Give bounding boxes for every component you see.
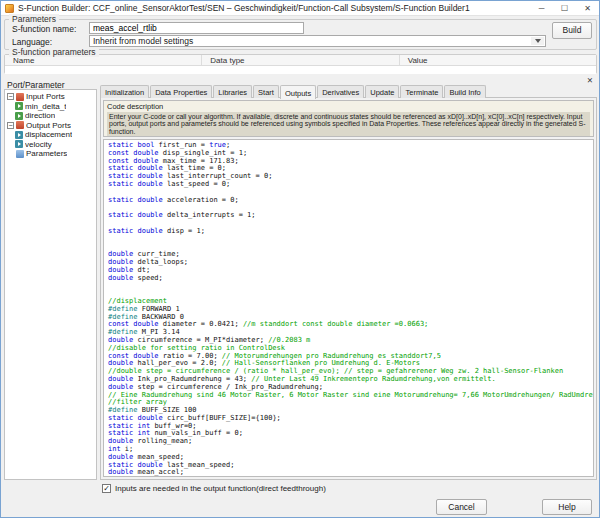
simulink-app-icon: [5, 4, 14, 13]
language-select[interactable]: Inherit from model settings: [89, 35, 546, 47]
expander-icon[interactable]: −: [7, 122, 14, 129]
code-line: const double diameter = 0.0421; //m stan…: [108, 321, 593, 329]
tab-derivatives[interactable]: Derivatives: [317, 85, 364, 98]
tab-content-panel: Code description Enter your C-code or ca…: [100, 97, 597, 480]
tree-item-min-delta-t[interactable]: min_delta_t: [5, 102, 96, 112]
tree-item-direction[interactable]: direction: [5, 111, 96, 121]
sfunction-parameters-group-label: S-function parameters: [9, 47, 99, 57]
code-line: static double acceleration = 0;: [108, 197, 593, 205]
code-line: double speed;: [108, 275, 593, 283]
code-editor[interactable]: static bool first_run = true;const doubl…: [103, 139, 594, 477]
output-port-icon: [15, 140, 23, 148]
close-parameters-table-icon[interactable]: ✕: [585, 75, 595, 85]
window-title: S-Function Builder: CCF_online_SensorAkt…: [18, 3, 470, 13]
tree-item-input-ports[interactable]: −Input Ports: [5, 92, 96, 102]
code-line: static double last_speed = 0;: [108, 181, 593, 189]
tab-terminate[interactable]: Terminate: [400, 85, 443, 98]
language-label: Language:: [12, 37, 52, 47]
build-button[interactable]: Build: [552, 22, 592, 39]
tree-item-output-ports[interactable]: −Output Ports: [5, 121, 96, 131]
code-line: // Eine Radumdrehung sind 46 Motor Raste…: [108, 392, 593, 400]
parameter-group-icon: [16, 150, 24, 158]
parameter-table-body[interactable]: [5, 66, 596, 74]
code-line: [108, 290, 593, 298]
help-button[interactable]: Help: [542, 499, 592, 515]
tab-outputs[interactable]: Outputs: [280, 85, 316, 99]
tree-item-label: Input Ports: [26, 92, 65, 101]
tab-initialization[interactable]: Initialization: [100, 85, 149, 98]
tree-item-label: min_delta_t: [25, 102, 66, 111]
code-description-label: Code description: [104, 101, 593, 111]
tree-item-label: velocity: [25, 140, 52, 149]
code-line: double delta_loops;: [108, 259, 593, 267]
code-line: static double disp = 1;: [108, 228, 593, 236]
tree-item-label: displacement: [25, 130, 72, 139]
direct-feedthrough-row: ✓ Inputs are needed in the output functi…: [102, 484, 326, 493]
code-description-text: Enter your C-code or call your algorithm…: [107, 112, 590, 136]
tab-libraries[interactable]: Libraries: [213, 85, 252, 98]
sfunction-name-label: S-function name:: [12, 24, 76, 34]
sfunction-builder-window: S-Function Builder: CCF_online_SensorAkt…: [0, 0, 600, 518]
window-controls: ─ ☐ ✕: [530, 1, 599, 16]
code-line: [108, 236, 593, 244]
tree-item-parameters[interactable]: Parameters: [5, 149, 96, 159]
tree-item-displacement[interactable]: displacement: [5, 130, 96, 140]
close-icon[interactable]: ✕: [576, 1, 599, 16]
expander-icon[interactable]: −: [7, 93, 14, 100]
minimize-icon[interactable]: ─: [530, 1, 553, 16]
tree-item-velocity[interactable]: velocity: [5, 140, 96, 150]
tab-start[interactable]: Start: [253, 85, 279, 98]
tree-item-label: direction: [25, 111, 55, 120]
cancel-button[interactable]: Cancel: [436, 499, 487, 515]
code-line: [108, 243, 593, 251]
code-description-panel: Code description Enter your C-code or ca…: [103, 100, 594, 137]
column-header-data-type: Data type: [202, 55, 399, 65]
code-line: double dt;: [108, 267, 593, 275]
output-port-group-icon: [16, 121, 24, 129]
input-port-icon: [15, 112, 23, 120]
code-line: [108, 282, 593, 290]
sfunction-parameters-table[interactable]: NameData typeValue: [4, 54, 597, 74]
direct-feedthrough-label: Inputs are needed in the output function…: [115, 484, 326, 493]
titlebar: S-Function Builder: CCF_online_SensorAkt…: [1, 1, 599, 16]
tree-item-label: Parameters: [26, 149, 67, 158]
port-parameter-tree: −Input Portsmin_delta_tdirection−Output …: [4, 89, 97, 480]
output-port-icon: [15, 131, 23, 139]
tab-build-info[interactable]: Build Info: [444, 85, 485, 98]
code-line: double mean_accel;: [108, 469, 593, 477]
code-line: //displacement: [108, 298, 593, 306]
tab-update[interactable]: Update: [365, 85, 399, 98]
sfunction-name-input[interactable]: [89, 22, 304, 34]
column-header-value: Value: [400, 55, 596, 65]
code-line: static double delta_interrupts = 1;: [108, 212, 593, 220]
language-selected-value: Inherit from model settings: [93, 36, 193, 46]
parameters-group-label: Parameters: [9, 14, 59, 24]
input-port-icon: [15, 102, 23, 110]
tree-item-label: Output Ports: [26, 121, 71, 130]
tab-data-properties[interactable]: Data Properties: [150, 85, 212, 98]
input-port-group-icon: [16, 93, 24, 101]
direct-feedthrough-checkbox[interactable]: ✓: [102, 484, 111, 493]
code-line: double rolling_mean;: [108, 438, 593, 446]
chevron-down-icon[interactable]: [531, 37, 544, 45]
tab-bar: InitializationData PropertiesLibrariesSt…: [100, 85, 597, 98]
maximize-icon[interactable]: ☐: [553, 1, 576, 16]
